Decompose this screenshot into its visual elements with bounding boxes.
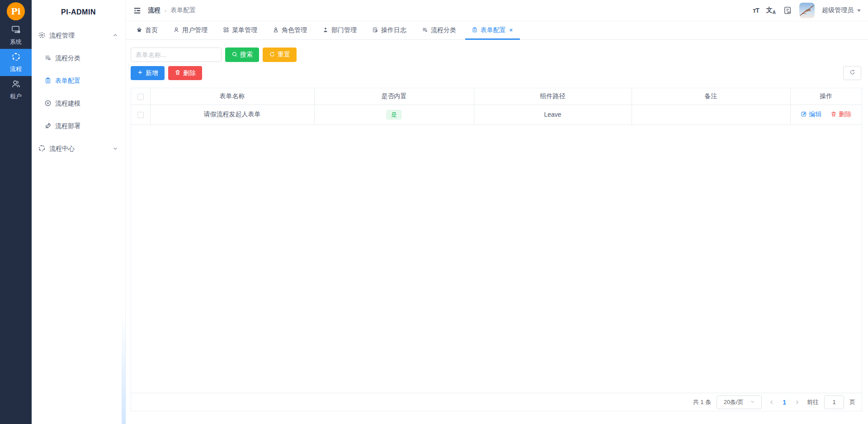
row-checkbox[interactable] xyxy=(137,112,144,118)
breadcrumb-item-form-config: 表单配置 xyxy=(170,6,196,14)
person-icon xyxy=(322,27,329,34)
rocket-icon xyxy=(44,122,55,131)
prev-page-button[interactable] xyxy=(767,400,776,405)
clipboard-icon xyxy=(44,77,55,86)
column-header-builtin: 是否内置 xyxy=(314,88,474,105)
menu-item-process-center[interactable]: 流程中心 xyxy=(32,138,125,160)
trash-icon xyxy=(830,111,837,119)
sidebar-item-process-modeling[interactable]: 流程建模 xyxy=(32,92,125,115)
tab-operation-log[interactable]: 操作日志 xyxy=(366,21,413,39)
process-icon xyxy=(11,52,21,63)
search-icon xyxy=(231,51,238,59)
forms-table: 表单名称 是否内置 组件路径 备注 操作 请假流程发起人表单 是 Leave xyxy=(131,88,862,125)
tab-process-category[interactable]: 流程分类 xyxy=(415,21,462,39)
add-button[interactable]: 新增 xyxy=(131,66,165,80)
menu-item-process-management[interactable]: 流程管理 xyxy=(32,24,125,47)
user-name[interactable]: 超级管理员 xyxy=(822,6,854,14)
content-area: 搜索 重置 新增 删除 xyxy=(126,40,868,424)
cell-builtin: 是 xyxy=(314,105,474,124)
sidebar-item-process-category[interactable]: 流程分类 xyxy=(32,47,125,70)
delete-link[interactable]: 删除 xyxy=(830,110,851,119)
reset-button-label: 重置 xyxy=(278,51,290,59)
rail-item-label: 系统 xyxy=(10,38,22,46)
process-center-icon xyxy=(38,144,49,153)
goto-label: 前往 xyxy=(807,398,819,406)
column-header-component-path: 组件路径 xyxy=(474,88,632,105)
app-logo[interactable]: Pi xyxy=(7,2,25,20)
rail-item-process[interactable]: 流程 xyxy=(0,49,32,76)
page-unit-label: 页 xyxy=(849,398,855,406)
sidebar-item-label: 流程部署 xyxy=(55,122,80,130)
form-name-search-input[interactable] xyxy=(131,48,222,62)
chevron-down-icon xyxy=(750,399,755,405)
builtin-badge: 是 xyxy=(387,110,401,119)
tab-label: 菜单管理 xyxy=(232,26,257,34)
main-area: 流程 › 表单配置 ᴛT 文A xyxy=(126,0,868,424)
sidebar-item-form-config[interactable]: 表单配置 xyxy=(32,70,125,92)
add-button-label: 新增 xyxy=(146,69,158,77)
log-icon xyxy=(372,27,378,34)
rail-item-tenant[interactable]: 租户 xyxy=(0,76,32,103)
sidebar: PI-ADMIN 流程管理 流程分类 表单配置 流程建模 流程部署 流程中心 xyxy=(32,0,126,424)
filter-row: 搜索 重置 xyxy=(131,48,862,62)
rail-item-label: 租户 xyxy=(10,92,22,100)
sidebar-collapse-icon[interactable] xyxy=(133,6,142,15)
column-header-remark: 备注 xyxy=(632,88,790,105)
menu-item-label: 流程管理 xyxy=(49,32,113,40)
column-header-form-name: 表单名称 xyxy=(150,88,314,105)
caret-down-icon[interactable] xyxy=(857,10,861,12)
logo-text: Pi xyxy=(11,6,21,16)
tab-department-management[interactable]: 部门管理 xyxy=(316,21,363,39)
reset-button[interactable]: 重置 xyxy=(263,48,297,62)
table-empty-space xyxy=(131,125,862,393)
rail-item-system[interactable]: 系统 xyxy=(0,22,32,49)
tab-label: 表单配置 xyxy=(481,26,506,34)
user-icon xyxy=(173,27,179,34)
tab-label: 部门管理 xyxy=(331,26,357,34)
tab-home[interactable]: 首页 xyxy=(130,21,164,39)
delete-button[interactable]: 删除 xyxy=(168,66,202,80)
font-size-icon[interactable]: ᴛT xyxy=(753,7,759,14)
column-header-operation: 操作 xyxy=(790,88,862,105)
list-search-icon xyxy=(422,27,428,34)
close-icon[interactable] xyxy=(509,27,514,34)
rail-item-label: 流程 xyxy=(10,65,22,73)
search-button-label: 搜索 xyxy=(240,51,253,59)
delete-link-label: 删除 xyxy=(839,110,851,119)
current-page[interactable]: 1 xyxy=(782,399,787,406)
app-title: PI-ADMIN xyxy=(32,0,125,24)
refresh-icon xyxy=(849,69,856,77)
list-search-icon xyxy=(44,54,55,63)
refresh-table-button[interactable] xyxy=(843,66,861,80)
chevron-up-icon xyxy=(113,32,118,39)
table-row: 请假流程发起人表单 是 Leave 编辑 xyxy=(131,105,862,124)
next-page-button[interactable] xyxy=(793,400,802,405)
tab-user-management[interactable]: 用户管理 xyxy=(167,21,214,39)
sidebar-item-label: 流程建模 xyxy=(55,100,80,108)
select-all-checkbox[interactable] xyxy=(137,94,144,100)
sidebar-item-process-deploy[interactable]: 流程部署 xyxy=(32,115,125,138)
users-icon xyxy=(11,79,21,91)
edit-icon xyxy=(801,111,807,119)
pagination-bar: 共 1 条 20条/页 1 前往 页 xyxy=(131,393,862,411)
breadcrumb-item-process[interactable]: 流程 xyxy=(148,6,160,14)
tab-role-management[interactable]: 角色管理 xyxy=(266,21,313,39)
edit-link[interactable]: 编辑 xyxy=(801,110,821,119)
goto-page-input[interactable] xyxy=(824,395,844,409)
topbar: 流程 › 表单配置 ᴛT 文A xyxy=(126,0,868,21)
tab-menu-management[interactable]: 菜单管理 xyxy=(217,21,264,39)
plus-circle-icon xyxy=(44,100,55,108)
tab-form-config[interactable]: 表单配置 xyxy=(465,21,520,39)
translate-icon[interactable]: 文A xyxy=(766,6,776,15)
page-size-select[interactable]: 20条/页 xyxy=(717,395,762,409)
topbar-actions: ᴛT 文A 超级管理员 xyxy=(753,3,861,18)
delete-button-label: 删除 xyxy=(183,69,196,77)
tab-label: 角色管理 xyxy=(282,26,307,34)
search-button[interactable]: 搜索 xyxy=(225,48,259,62)
tab-label: 首页 xyxy=(145,26,158,34)
app-root: Pi 系统 流程 租户 PI-ADMIN 流程管理 流程分类 表单配置 xyxy=(0,0,868,424)
log-document-icon[interactable] xyxy=(783,6,792,15)
trash-icon xyxy=(175,69,181,77)
cell-component-path: Leave xyxy=(474,105,632,124)
avatar[interactable] xyxy=(799,3,815,18)
